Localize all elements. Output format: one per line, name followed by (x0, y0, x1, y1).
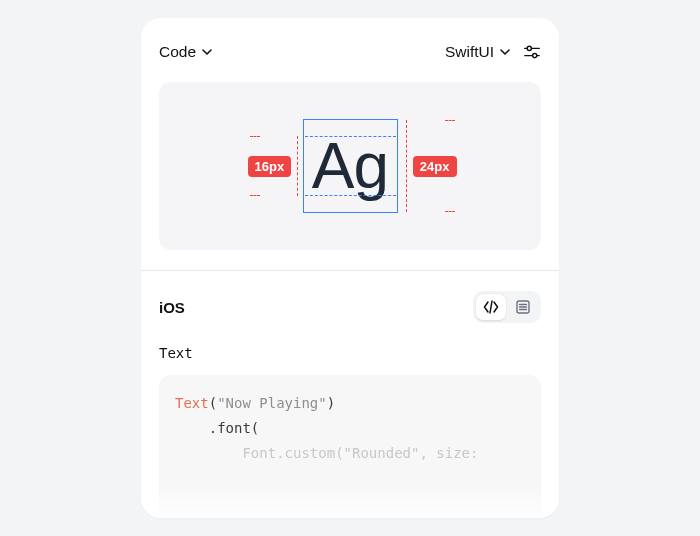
platform-row: iOS (159, 271, 541, 331)
code-token-string: "Now Playing" (217, 395, 327, 411)
list-icon (515, 299, 531, 315)
code-brackets-icon (483, 299, 499, 315)
settings-sliders-icon[interactable] (523, 43, 541, 61)
code-mode-dropdown[interactable]: Code (159, 43, 213, 61)
code-mode-label: Code (159, 43, 196, 61)
dimension-tick (445, 120, 455, 121)
code-token-faded: Font.custom("Rounded", size: (175, 445, 487, 461)
code-panel-card: Code SwiftUI Ag 16px (141, 18, 559, 518)
preview-inner: Ag 16px 24px (303, 119, 398, 213)
code-token-paren: ( (209, 395, 217, 411)
dimension-left: 16px (248, 136, 299, 196)
dimension-tick (250, 195, 260, 196)
code-fade-overlay (159, 509, 541, 518)
svg-point-1 (527, 46, 531, 50)
view-mode-segment (473, 291, 541, 323)
cap-height-guide (305, 136, 396, 137)
code-token-paren: ) (327, 395, 335, 411)
chevron-down-icon (201, 46, 213, 58)
dimension-right: 24px (406, 120, 457, 212)
sample-glyph: Ag (312, 134, 388, 198)
code-token-modifier: .font( (175, 420, 259, 436)
dimension-tick (250, 136, 260, 137)
svg-point-3 (533, 54, 537, 58)
chevron-down-icon (499, 46, 511, 58)
glyph-bounding-box: Ag 16px 24px (303, 119, 398, 213)
platform-label: iOS (159, 299, 185, 316)
framework-dropdown[interactable]: SwiftUI (445, 43, 511, 61)
baseline-guide (305, 195, 396, 196)
dimension-right-line (406, 120, 407, 212)
code-snippet[interactable]: Text("Now Playing") .font( Font.custom("… (159, 375, 541, 518)
code-token-type: Text (175, 395, 209, 411)
dimension-tick (445, 211, 455, 212)
typography-preview: Ag 16px 24px (159, 82, 541, 250)
toolbar: Code SwiftUI (159, 36, 541, 68)
dimension-right-badge: 24px (413, 156, 457, 177)
dimension-left-badge: 16px (248, 156, 292, 177)
section-heading: Text (159, 345, 541, 361)
code-view-button[interactable] (476, 294, 506, 320)
framework-label: SwiftUI (445, 43, 494, 61)
list-view-button[interactable] (508, 294, 538, 320)
dimension-left-line (297, 136, 298, 196)
